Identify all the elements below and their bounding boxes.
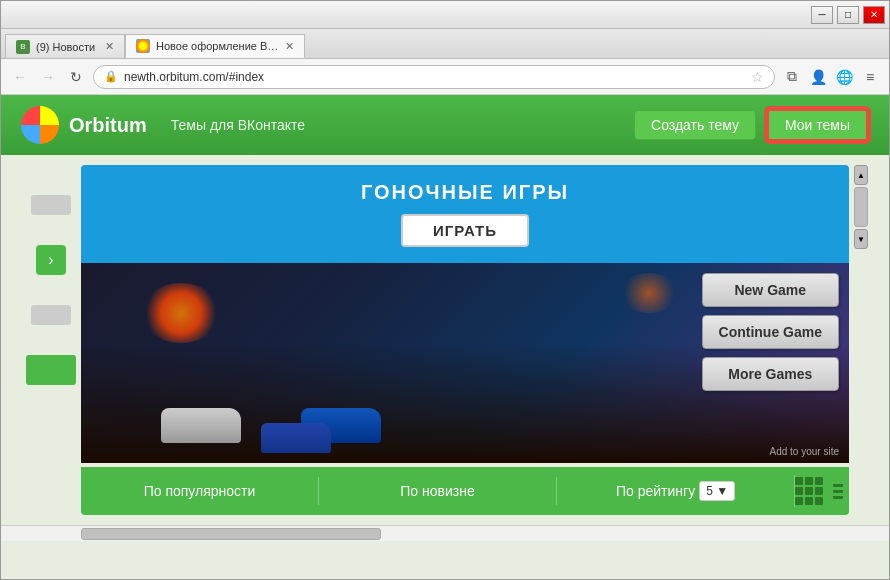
game-buttons-panel: New Game Continue Game More Games [702,273,839,391]
fire-effect [619,273,679,313]
webpage: Orbitum Темы для ВКонтакте Создать тему … [1,95,889,579]
logo-wrap: Orbitum Темы для ВКонтакте [21,106,305,144]
bottom-scrollbar[interactable] [1,525,889,541]
tab-close-news[interactable]: ✕ [105,40,114,53]
extensions-icon[interactable]: ⧉ [781,66,803,88]
tab-orbitum[interactable]: Новое оформление ВКон... ✕ [125,34,305,58]
horizontal-scrollbar-thumb[interactable] [81,528,381,540]
address-input-wrap[interactable]: 🔒 newth.orbitum.com/#index ☆ [93,65,775,89]
window-controls: ─ □ ✕ [811,6,885,24]
tab-favicon-news: В [16,40,30,54]
site-name: Orbitum [69,114,147,137]
refresh-button[interactable]: ↻ [65,66,87,88]
sidebar-green-block [26,355,76,385]
title-bar: ─ □ ✕ [1,1,889,29]
tab-close-orbitum[interactable]: ✕ [285,40,294,53]
filter-popularity[interactable]: По популярности [81,477,319,505]
my-themes-button[interactable]: Мои темы [766,108,869,142]
address-bar: ← → ↻ 🔒 newth.orbitum.com/#index ☆ ⧉ 👤 🌐… [1,59,889,95]
more-games-button[interactable]: More Games [702,357,839,391]
play-button[interactable]: ИГРАТЬ [401,214,529,247]
toolbar-icons: ⧉ 👤 🌐 ≡ [781,66,881,88]
back-button[interactable]: ← [9,66,31,88]
tab-title-orbitum: Новое оформление ВКон... [156,40,279,52]
continue-game-button[interactable]: Continue Game [702,315,839,349]
forward-button[interactable]: → [37,66,59,88]
center-content: ГОНОЧНЫЕ ИГРЫ ИГРАТЬ New Ga [81,165,849,515]
left-sidebar: › [21,165,81,515]
main-content: › ГОНОЧНЫЕ ИГРЫ ИГРАТЬ [1,155,889,525]
filter-novelty[interactable]: По новизне [319,477,557,505]
bookmark-icon[interactable]: ☆ [751,69,764,85]
grid-view-icon[interactable] [795,477,823,505]
tab-title-news: (9) Новости [36,41,99,53]
create-theme-button[interactable]: Создать тему [634,110,756,140]
maximize-button[interactable]: □ [837,6,859,24]
car-3 [261,423,331,453]
list-view-icon[interactable] [833,484,843,499]
explosion-effect [141,283,221,343]
menu-icon[interactable]: ≡ [859,66,881,88]
orbitum-logo [21,106,59,144]
add-to-site-label: Add to your site [770,446,839,457]
minimize-button[interactable]: ─ [811,6,833,24]
browser-window: ─ □ ✕ В (9) Новости ✕ Новое оформление В… [0,0,890,580]
racing-banner: ГОНОЧНЫЕ ИГРЫ ИГРАТЬ [81,165,849,263]
new-game-button[interactable]: New Game [702,273,839,307]
user-icon[interactable]: 👤 [807,66,829,88]
right-scrollbar[interactable]: ▲ ▼ [853,165,869,515]
filter-rating-label: По рейтингу [616,483,695,499]
site-tagline: Темы для ВКонтакте [171,117,305,133]
address-text: newth.orbitum.com/#index [124,70,745,84]
sidebar-block-mid [31,305,71,325]
filter-count[interactable]: 5 ▼ [699,481,735,501]
site-header: Orbitum Темы для ВКонтакте Создать тему … [1,95,889,155]
sidebar-block-top [31,195,71,215]
filter-rating-wrap[interactable]: По рейтингу 5 ▼ [557,475,795,507]
close-button[interactable]: ✕ [863,6,885,24]
sidebar-arrow[interactable]: › [36,245,66,275]
game-image-area: New Game Continue Game More Games Add to… [81,263,849,463]
tab-news[interactable]: В (9) Новости ✕ [5,34,125,58]
tab-bar: В (9) Новости ✕ Новое оформление ВКон...… [1,29,889,59]
racing-title: ГОНОЧНЫЕ ИГРЫ [97,181,833,204]
lock-icon: 🔒 [104,70,118,83]
car-1 [161,408,241,443]
tab-favicon-orbitum [136,39,150,53]
filter-bar: По популярности По новизне По рейтингу 5… [81,467,849,515]
translate-icon[interactable]: 🌐 [833,66,855,88]
